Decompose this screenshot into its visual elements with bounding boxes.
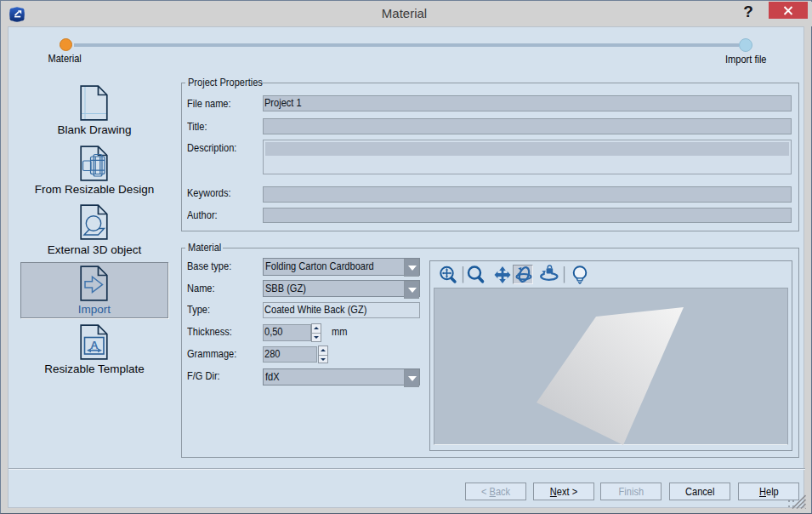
svg-text:A: A xyxy=(90,339,99,351)
